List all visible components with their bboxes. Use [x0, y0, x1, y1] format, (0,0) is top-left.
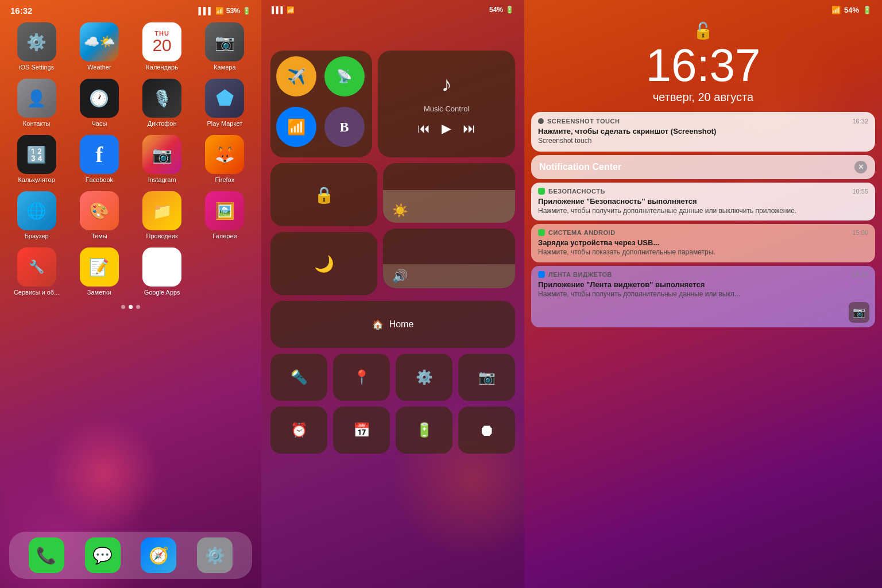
app-camera-label: Камера [214, 64, 235, 71]
dock-settings-icon: ⚙️ [197, 537, 233, 573]
app-clock-icon: 🕐 [80, 79, 119, 118]
notif-time-widgets: 15:10 [852, 271, 868, 278]
notification-android[interactable]: СИСТЕМА ANDROID 15:00 Зарядка устройства… [531, 224, 875, 262]
control-row-1: ✈️ 📡 📶 B ♪ Music Control ⏮ ▶ ⏭ [270, 51, 515, 157]
camera-thumbnail-button[interactable]: 📷 [849, 302, 869, 323]
volume-slider[interactable]: 🔊 [383, 229, 515, 288]
camera-button[interactable]: 📷 [458, 354, 515, 401]
app-google-apps[interactable]: Google Apps [135, 247, 189, 296]
notif-body-android: Нажмите, чтобы показать дополнительные п… [538, 248, 868, 257]
app-services[interactable]: 🔧 Сервисы и об... [9, 247, 64, 296]
dock-safari-icon: 🧭 [141, 537, 176, 573]
battery-icon: 🔋 [242, 7, 251, 15]
app-gallery-label: Галерея [212, 233, 237, 239]
app-browser-label: Браузер [25, 233, 49, 239]
app-weather[interactable]: ☁️🌤️ Weather [72, 22, 126, 71]
notification-widgets[interactable]: ЛЕНТА ВИДЖЕТОВ 15:10 Приложение "Лента в… [531, 266, 875, 328]
app-contacts-icon: 👤 [17, 79, 56, 118]
notification-screenshot-touch[interactable]: SCREENSHOT TOUCH 16:32 Нажмите, чтобы сд… [531, 112, 875, 152]
settings-button[interactable]: ⚙️ [396, 354, 452, 401]
dock-safari[interactable]: 🧭 [141, 537, 176, 573]
app-calendar[interactable]: THU 20 Календарь [135, 22, 189, 71]
app-firefox[interactable]: 🦊 Firefox [198, 135, 252, 183]
app-calculator-icon: 🔢 [17, 135, 56, 174]
notif-time-screenshot: 16:32 [852, 118, 868, 125]
app-calculator[interactable]: 🔢 Калькулятор [9, 135, 64, 183]
app-ios-settings[interactable]: ⚙️ iOS Settings [9, 22, 64, 71]
dock-settings[interactable]: ⚙️ [197, 537, 233, 573]
control-center: ▌▌▌ 📶 54% 🔋 ✈️ 📡 📶 B ♪ Music Control ⏮ ▶… [261, 0, 524, 588]
do-not-disturb-button[interactable]: 🌙 [270, 232, 377, 295]
rotation-lock-button[interactable]: 🔒 [270, 163, 377, 226]
app-contacts-label: Контакты [23, 120, 51, 127]
control-battery-icon: 🔋 [505, 6, 514, 14]
status-bar-lock: 📶 54% 🔋 [524, 0, 882, 17]
home-icon: 🏠 [372, 319, 384, 330]
lock-screen: 📶 54% 🔋 🔓 16:37 четверг, 20 августа SCRE… [524, 0, 882, 588]
brightness-slider[interactable]: ☀️ [383, 163, 515, 223]
page-dots [0, 305, 261, 309]
control-row-2: 🔒 🌙 ☀️ 🔊 [270, 163, 515, 295]
app-playmarket[interactable]: ⬟ Play Маркет [198, 79, 252, 127]
alarm-button[interactable]: ⏰ [270, 407, 327, 454]
lock-time: 16:37 [524, 42, 882, 88]
app-contacts[interactable]: 👤 Контакты [9, 79, 64, 127]
app-google-apps-label: Google Apps [144, 289, 180, 296]
app-camera[interactable]: 📷 Камера [198, 22, 252, 71]
wifi-button[interactable]: 📶 [276, 107, 316, 147]
notif-dot-bezopasnost [538, 188, 545, 195]
app-browser[interactable]: 🌐 Браузер [9, 191, 64, 239]
location-button[interactable]: 📍 [333, 354, 390, 401]
play-button[interactable]: ▶ [442, 121, 451, 136]
app-weather-icon: ☁️🌤️ [80, 22, 119, 61]
notif-time-android: 15:00 [852, 229, 868, 236]
notif-dot-screenshot [538, 118, 544, 124]
notification-center-header: Notification Center ✕ [531, 155, 875, 179]
notif-header-android: СИСТЕМА ANDROID 15:00 [538, 229, 868, 236]
app-clock[interactable]: 🕐 Часы [72, 79, 126, 127]
notification-bezopasnost[interactable]: БЕЗОПАСНОСТЬ 10:55 Приложение "Безопасно… [531, 183, 875, 221]
app-dictaphone[interactable]: 🎙️ Диктофон [135, 79, 189, 127]
dot-1 [121, 305, 125, 309]
bluetooth-button[interactable]: B [324, 107, 365, 147]
control-signal-icon: ▌▌▌ 📶 [272, 6, 295, 14]
battery-button[interactable]: 🔋 [396, 407, 452, 454]
app-clock-label: Часы [91, 120, 107, 127]
app-gallery-icon: 🖼️ [205, 191, 244, 230]
calendar-day-num: 20 [152, 37, 171, 54]
music-control-button[interactable]: ♪ Music Control ⏮ ▶ ⏭ [378, 51, 515, 157]
flashlight-button[interactable]: 🔦 [270, 354, 327, 401]
app-facebook[interactable]: f Facebook [72, 135, 126, 183]
notif-app-row-bezopasnost: БЕЗОПАСНОСТЬ [538, 188, 605, 195]
notification-center-close-button[interactable]: ✕ [854, 161, 867, 173]
notif-title-bezopasnost: Приложение "Безопасность" выполняется [538, 197, 868, 206]
app-gallery[interactable]: 🖼️ Галерея [198, 191, 252, 239]
dock-messages[interactable]: 💬 [85, 537, 121, 573]
connectivity-group: ✈️ 📡 📶 B [270, 51, 372, 157]
home-button[interactable]: 🏠 Home [270, 301, 515, 348]
calendar2-button[interactable]: 📅 [333, 407, 390, 454]
notification-center-title: Notification Center [539, 162, 621, 172]
lock-date: четверг, 20 августа [524, 91, 882, 104]
notif-header-widgets: ЛЕНТА ВИДЖЕТОВ 15:10 [538, 271, 868, 278]
fast-forward-button[interactable]: ⏭ [463, 121, 475, 136]
app-calendar-icon: THU 20 [142, 22, 181, 61]
app-notes[interactable]: 📝 Заметки [72, 247, 126, 296]
app-instagram[interactable]: 📷 Instagram [135, 135, 189, 183]
app-services-label: Сервисы и об... [14, 289, 59, 296]
airplane-mode-button[interactable]: ✈️ [276, 56, 316, 96]
screen-record-button[interactable]: ⏺ [458, 407, 515, 454]
dock-phone-icon: 📞 [29, 537, 64, 573]
notif-header-bezopasnost: БЕЗОПАСНОСТЬ 10:55 [538, 188, 868, 195]
notif-dot-android [538, 229, 545, 236]
hotspot-button[interactable]: 📡 [324, 56, 365, 96]
app-explorer[interactable]: 📁 Проводник [135, 191, 189, 239]
app-themes[interactable]: 🎨 Темы [72, 191, 126, 239]
rewind-button[interactable]: ⏮ [417, 121, 430, 136]
app-weather-label: Weather [87, 64, 111, 71]
notif-app-row-widgets: ЛЕНТА ВИДЖЕТОВ [538, 271, 612, 278]
app-facebook-icon: f [80, 135, 119, 174]
app-notes-icon: 📝 [80, 247, 119, 287]
notif-app-name-widgets: ЛЕНТА ВИДЖЕТОВ [548, 271, 612, 278]
dock-phone[interactable]: 📞 [29, 537, 64, 573]
